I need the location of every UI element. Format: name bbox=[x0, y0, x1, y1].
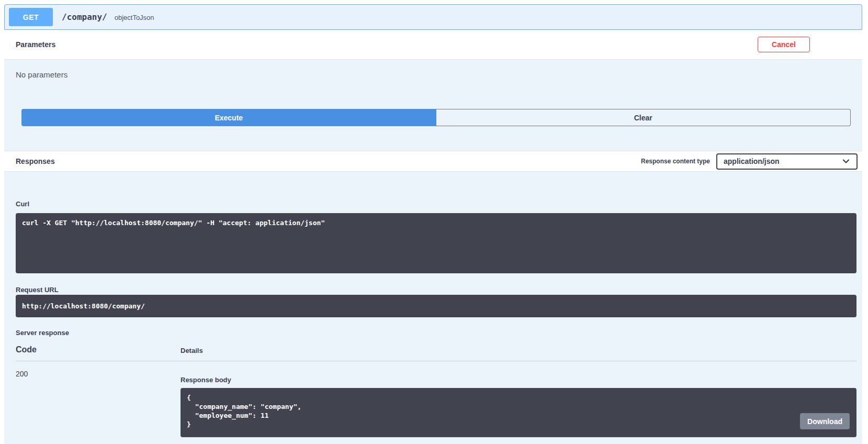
response-body-container: { "company_name": "company", "employee_n… bbox=[181, 388, 856, 437]
responses-body: Curl curl -X GET "http://localhost:8080/… bbox=[4, 172, 862, 444]
http-method-badge[interactable]: GET bbox=[9, 8, 53, 26]
response-content-type-label: Response content type bbox=[641, 158, 710, 165]
response-table-row: 200 Response body { "company_name": "com… bbox=[16, 361, 856, 437]
chevron-down-icon bbox=[842, 157, 850, 165]
response-content-type-control: Response content type application/json bbox=[641, 153, 858, 170]
clear-button[interactable]: Clear bbox=[436, 109, 851, 126]
response-details-cell: Response body { "company_name": "company… bbox=[181, 370, 856, 437]
cancel-button[interactable]: Cancel bbox=[758, 37, 810, 52]
code-column-header: Code bbox=[16, 345, 181, 354]
execute-button[interactable]: Execute bbox=[21, 109, 436, 126]
download-button[interactable]: Download bbox=[800, 413, 850, 429]
request-url-label: Request URL bbox=[16, 286, 856, 294]
status-code: 200 bbox=[16, 370, 181, 437]
response-table-header: Code Details bbox=[16, 345, 856, 361]
responses-header-row: Responses Response content type applicat… bbox=[4, 151, 862, 172]
parameters-header-row: Parameters Cancel bbox=[4, 30, 862, 60]
operation-summary-bar[interactable]: GET /company/ objectToJson bbox=[4, 4, 862, 30]
response-content-type-value: application/json bbox=[724, 157, 780, 165]
server-response-label: Server response bbox=[16, 329, 856, 337]
request-url-block: http://localhost:8080/company/ bbox=[16, 295, 856, 317]
no-parameters-message: No parameters bbox=[16, 70, 856, 79]
response-body-block: { "company_name": "company", "employee_n… bbox=[181, 388, 856, 437]
endpoint-description: objectToJson bbox=[115, 13, 154, 21]
endpoint-path: /company/ bbox=[62, 12, 107, 22]
server-response-table: Code Details 200 Response body { "compan… bbox=[16, 345, 856, 437]
curl-label: Curl bbox=[16, 200, 856, 208]
operation-block: GET /company/ objectToJson Parameters Ca… bbox=[4, 4, 862, 444]
parameters-body: No parameters Execute Clear bbox=[4, 60, 862, 151]
curl-command-block: curl -X GET "http://localhost:8080/compa… bbox=[16, 213, 856, 273]
response-content-type-select[interactable]: application/json bbox=[716, 153, 858, 170]
parameters-title: Parameters bbox=[16, 40, 55, 49]
execute-button-group: Execute Clear bbox=[21, 109, 851, 126]
details-column-header: Details bbox=[181, 345, 856, 354]
responses-title: Responses bbox=[16, 157, 55, 165]
response-body-label: Response body bbox=[181, 376, 856, 384]
